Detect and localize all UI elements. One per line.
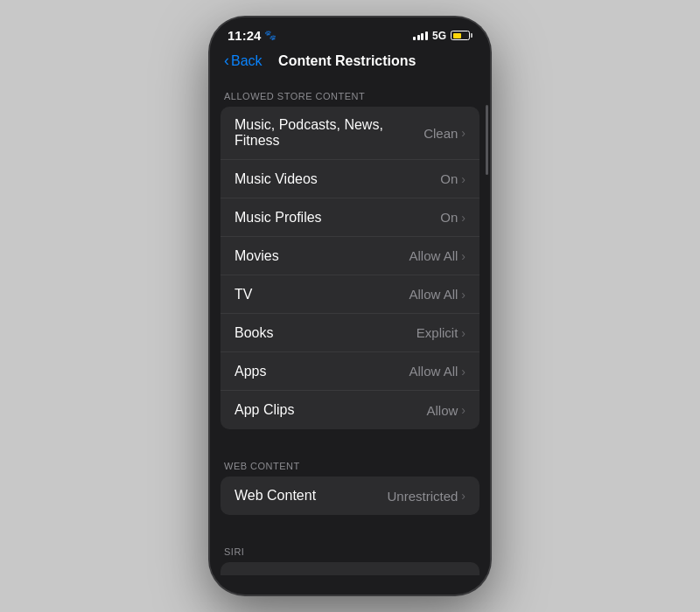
row-label-app-clips: App Clips [234,402,294,418]
row-label-web-search-content: Web Search Content [234,574,364,576]
back-button[interactable]: ‹ Back [224,52,262,70]
section-header-siri: SIRI [210,532,490,562]
nav-title: Content Restrictions [262,53,432,69]
section-web-content: WEB CONTENT Web Content Unrestricted › [210,447,490,515]
row-label-music-podcasts: Music, Podcasts, News, Fitness [234,117,424,149]
chevron-icon-apps: › [461,365,466,379]
row-value-music-podcasts: Clean [424,126,458,141]
nav-bar: ‹ Back Content Restrictions [210,46,490,77]
row-label-music-profiles: Music Profiles [234,210,322,226]
row-value-music-profiles: On [440,210,458,225]
row-value-app-clips: Allow [426,403,458,418]
row-label-tv: TV [234,287,252,303]
settings-group-siri: Web Search Content Allow › Explicit Lang… [220,562,480,575]
row-books[interactable]: Books Explicit › [220,314,480,352]
row-value-books: Explicit [416,325,458,340]
row-right-movies: Allow All › [409,248,466,263]
battery-fill [453,33,461,38]
signal-bars-icon [413,31,428,40]
chevron-icon-app-clips: › [461,403,466,417]
back-chevron-icon: ‹ [224,52,229,70]
row-tv[interactable]: TV Allow All › [220,275,480,314]
row-web-search-content[interactable]: Web Search Content Allow › [220,562,480,575]
row-right-music-profiles: On › [440,210,466,225]
row-value-web-search-content: Allow [426,574,458,575]
settings-group-web-content: Web Content Unrestricted › [220,476,480,515]
phone-frame: 11:24 🐾 5G ‹ Back Content Restrict [210,17,490,595]
signal-bar-3 [421,33,424,40]
chevron-icon-music-videos: › [461,172,466,186]
row-value-apps: Allow All [409,364,458,379]
row-value-movies: Allow All [409,248,458,263]
row-right-books: Explicit › [416,325,466,340]
scroll-container[interactable]: ALLOWED STORE CONTENT Music, Podcasts, N… [210,77,490,575]
chevron-icon-music-profiles: › [461,211,466,225]
row-label-apps: Apps [234,364,266,379]
section-header-allowed-store-content: ALLOWED STORE CONTENT [210,77,490,107]
row-music-podcasts[interactable]: Music, Podcasts, News, Fitness Clean › [220,107,480,160]
row-right-app-clips: Allow › [426,403,466,418]
chevron-icon-movies: › [461,249,466,263]
chevron-icon-web-content: › [461,489,466,503]
row-apps[interactable]: Apps Allow All › [220,352,480,391]
signal-type: 5G [432,30,446,42]
chevron-icon-music-podcasts: › [461,126,466,140]
battery-icon [451,31,472,40]
row-app-clips[interactable]: App Clips Allow › [220,391,480,429]
row-value-tv: Allow All [409,287,458,302]
row-web-content[interactable]: Web Content Unrestricted › [220,476,480,515]
status-right: 5G [413,30,472,42]
back-label: Back [231,53,262,69]
time-display: 11:24 [228,28,261,43]
row-label-books: Books [234,325,273,341]
paw-icon: 🐾 [264,30,276,41]
row-value-web-content: Unrestricted [387,489,458,504]
section-siri: SIRI Web Search Content Allow › Explicit… [210,532,490,575]
row-right-web-content: Unrestricted › [387,489,466,504]
chevron-icon-tv: › [461,288,466,302]
status-bar: 11:24 🐾 5G [210,17,490,46]
signal-bar-1 [413,37,416,40]
row-right-music-podcasts: Clean › [424,126,466,141]
section-allowed-store-content: ALLOWED STORE CONTENT Music, Podcasts, N… [210,77,490,429]
battery-tip [471,33,472,38]
scrollbar-indicator [486,105,488,175]
row-right-music-videos: On › [440,171,466,186]
row-right-apps: Allow All › [409,364,466,379]
row-label-web-content: Web Content [234,488,316,504]
signal-bar-4 [425,31,428,40]
section-header-web-content: WEB CONTENT [210,447,490,476]
row-right-web-search-content: Allow › [426,574,466,575]
chevron-icon-books: › [461,326,466,340]
chevron-icon-web-search-content: › [461,574,466,576]
signal-bar-2 [417,35,420,40]
row-label-music-videos: Music Videos [234,171,318,187]
row-music-profiles[interactable]: Music Profiles On › [220,198,480,237]
row-right-tv: Allow All › [409,287,466,302]
row-value-music-videos: On [440,171,458,186]
row-movies[interactable]: Movies Allow All › [220,237,480,275]
battery-body [451,31,470,40]
settings-group-allowed-store-content: Music, Podcasts, News, Fitness Clean › M… [220,107,480,429]
row-label-movies: Movies [234,248,279,264]
row-music-videos[interactable]: Music Videos On › [220,160,480,198]
status-time: 11:24 🐾 [228,28,276,43]
